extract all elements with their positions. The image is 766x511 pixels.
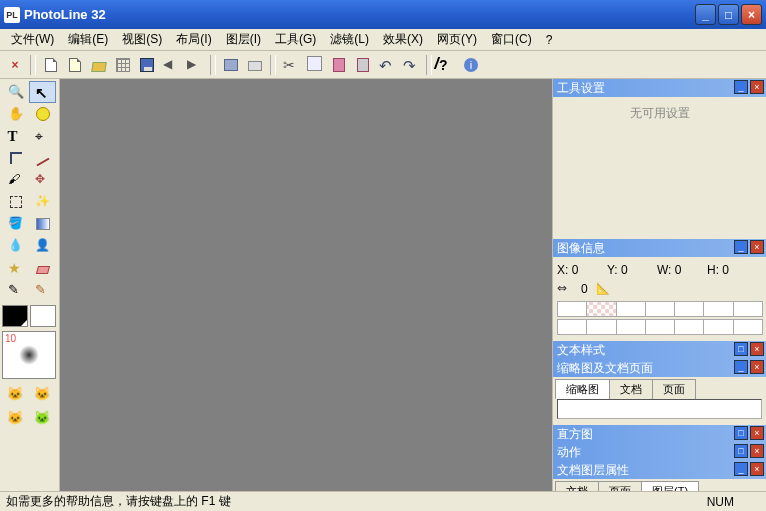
text-tool[interactable] [2,125,29,147]
panel-close-button[interactable]: × [750,360,764,374]
zoom-tool[interactable] [2,81,29,103]
gradient-tool[interactable] [29,213,56,235]
cut-button[interactable]: ✂ [280,54,302,76]
tab-layer[interactable]: 图层(T) [641,481,699,491]
menu-edit[interactable]: 编辑(E) [61,29,115,50]
prev-icon [163,57,179,73]
eyedrop-tool[interactable] [2,235,29,257]
tool-settings-titlebar[interactable]: 工具设置 _ × [553,79,766,97]
prev-button[interactable] [160,54,182,76]
new-icon [45,58,57,72]
mask-tool-2[interactable] [29,383,54,405]
tab-page[interactable]: 页面 [652,379,696,399]
background-swatch[interactable] [30,305,56,327]
menu-help[interactable]: ? [539,31,560,49]
image-info-titlebar[interactable]: 图像信息 _ × [553,239,766,257]
pen-tool[interactable] [2,279,29,301]
scan-button[interactable] [220,54,242,76]
text-style-titlebar[interactable]: 文本样式 □× [553,341,766,359]
info-button[interactable]: i [460,54,482,76]
arrow-tool[interactable] [29,81,56,103]
brush-preview[interactable]: 10 [2,331,56,379]
next-icon [187,57,203,73]
panel-close-button[interactable]: × [750,426,764,440]
menu-layer[interactable]: 图层(I) [219,29,268,50]
minimize-button[interactable]: _ [695,4,716,25]
window-titlebar: PL PhotoLine 32 _ □ × [0,0,766,29]
star-tool[interactable] [2,257,29,279]
pen2-tool[interactable] [29,279,56,301]
paste-into-button[interactable] [352,54,374,76]
panel-minimize-button[interactable]: _ [734,80,748,94]
panel-minimize-button[interactable]: _ [734,462,748,476]
copy-button[interactable] [304,54,326,76]
arrow-icon [35,84,51,100]
menu-web[interactable]: 网页(Y) [430,29,484,50]
line-tool[interactable] [29,147,56,169]
open-button[interactable] [88,54,110,76]
menu-layout[interactable]: 布局(I) [169,29,218,50]
undo-icon [379,57,395,73]
thumbnail-field[interactable] [557,399,762,419]
panel-restore-button[interactable]: □ [734,426,748,440]
menu-view[interactable]: 视图(S) [115,29,169,50]
panel-minimize-button[interactable]: _ [734,240,748,254]
tab-page2[interactable]: 页面 [598,481,642,491]
save-button[interactable] [136,54,158,76]
new-button[interactable] [40,54,62,76]
panel-minimize-button[interactable]: _ [734,360,748,374]
ellipse-tool[interactable] [29,103,56,125]
panel-restore-button[interactable]: □ [734,342,748,356]
mask-tool-1[interactable] [2,383,27,405]
wand-tool[interactable] [29,191,56,213]
wizard-button[interactable] [64,54,86,76]
close-button[interactable]: × [741,4,762,25]
tool-settings-panel: 工具设置 _ × 无可用设置 [553,79,766,237]
panel-close-button[interactable]: × [750,80,764,94]
clone-tool[interactable] [29,169,56,191]
crop-tool[interactable] [2,147,29,169]
menu-effect[interactable]: 效果(X) [376,29,430,50]
star-icon [8,260,24,276]
next-button[interactable] [184,54,206,76]
mask-tool-4[interactable] [29,407,54,429]
print-button[interactable] [244,54,266,76]
mask-tool-3[interactable] [2,407,27,429]
color-swatches[interactable] [2,305,57,327]
histogram-titlebar[interactable]: 直方图 □× [553,425,766,443]
eyedrop-icon [8,238,24,254]
erase-tool[interactable] [29,257,56,279]
tab-thumbnail[interactable]: 缩略图 [555,379,610,399]
scan-icon [224,59,238,71]
panel-close-button[interactable]: × [750,444,764,458]
hand-tool[interactable] [2,103,29,125]
image-info-panel: 图像信息 _ × X: 0 Y: 0 W: 0 H: 0 0 [553,239,766,339]
tab-doc[interactable]: 文档 [555,481,599,491]
canvas-area[interactable] [60,79,552,491]
maximize-button[interactable]: □ [718,4,739,25]
menu-filter[interactable]: 滤镜(L) [323,29,376,50]
panel-close-button[interactable]: × [750,342,764,356]
menu-tools[interactable]: 工具(G) [268,29,323,50]
undo-button[interactable] [376,54,398,76]
layer-attr-titlebar[interactable]: 文档图层属性 _× [553,461,766,479]
redo-button[interactable] [400,54,422,76]
menu-window[interactable]: 窗口(C) [484,29,539,50]
context-help-button[interactable] [436,54,458,76]
browser-button[interactable] [112,54,134,76]
panel-close-button[interactable]: × [750,462,764,476]
thumb-titlebar[interactable]: 缩略图及文档页面 _× [553,359,766,377]
bucket-tool[interactable] [2,213,29,235]
tab-document[interactable]: 文档 [609,379,653,399]
panel-restore-button[interactable]: □ [734,444,748,458]
foreground-swatch[interactable] [2,305,28,327]
paste-button[interactable] [328,54,350,76]
action-titlebar[interactable]: 动作 □× [553,443,766,461]
brush-tool[interactable] [2,169,29,191]
path-tool[interactable] [29,125,56,147]
menu-file[interactable]: 文件(W) [4,29,61,50]
person-tool[interactable] [29,235,56,257]
panel-close-button[interactable]: × [750,240,764,254]
select-tool[interactable] [2,191,29,213]
close-doc-button[interactable]: × [4,54,26,76]
